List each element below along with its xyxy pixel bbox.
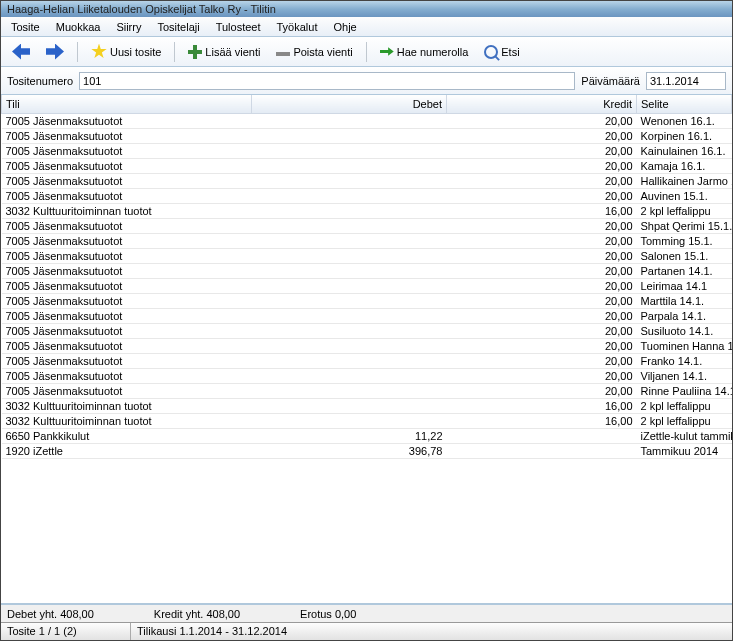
- cell-tili: 7005 Jäsenmaksutuotot: [2, 263, 252, 278]
- total-debet: Debet yht. 408,00: [7, 608, 94, 620]
- cell-kredit: 20,00: [447, 383, 637, 398]
- table-row[interactable]: 7005 Jäsenmaksutuotot20,00Salonen 15.1.: [2, 248, 732, 263]
- search-arrow-icon: [380, 45, 394, 59]
- cell-tili: 7005 Jäsenmaksutuotot: [2, 323, 252, 338]
- cell-selite: 2 kpl leffalippu: [637, 398, 732, 413]
- button-label: Lisää vienti: [205, 46, 260, 58]
- menu-tositelaji[interactable]: Tositelaji: [151, 19, 205, 35]
- table-row[interactable]: 7005 Jäsenmaksutuotot20,00Viljanen 14.1.: [2, 368, 732, 383]
- nav-back-button[interactable]: [7, 41, 35, 63]
- button-label: Etsi: [501, 46, 519, 58]
- cell-debet: [252, 263, 447, 278]
- table-row[interactable]: 7005 Jäsenmaksutuotot20,00Leirimaa 14.1: [2, 278, 732, 293]
- cell-tili: 7005 Jäsenmaksutuotot: [2, 218, 252, 233]
- table-row[interactable]: 7005 Jäsenmaksutuotot20,00Tomming 15.1.: [2, 233, 732, 248]
- cell-kredit: 16,00: [447, 413, 637, 428]
- col-kredit[interactable]: Kredit: [447, 95, 637, 113]
- cell-kredit: 20,00: [447, 263, 637, 278]
- table-row[interactable]: 3032 Kulttuuritoiminnan tuotot16,002 kpl…: [2, 413, 732, 428]
- col-selite[interactable]: Selite: [637, 95, 732, 113]
- menu-työkalut[interactable]: Työkalut: [270, 19, 323, 35]
- cell-selite: Partanen 14.1.: [637, 263, 732, 278]
- separator: [77, 42, 78, 62]
- table-row[interactable]: 3032 Kulttuuritoiminnan tuotot16,002 kpl…: [2, 203, 732, 218]
- cell-selite: Hallikainen Jarmo 16.1.: [637, 173, 732, 188]
- add-entry-button[interactable]: Lisää vienti: [183, 42, 265, 62]
- find-button[interactable]: Etsi: [479, 42, 524, 62]
- cell-selite: Kainulainen 16.1.: [637, 143, 732, 158]
- col-account[interactable]: Tili: [2, 95, 252, 113]
- menu-muokkaa[interactable]: Muokkaa: [50, 19, 107, 35]
- table-row[interactable]: 7005 Jäsenmaksutuotot20,00Korpinen 16.1.: [2, 128, 732, 143]
- menu-siirry[interactable]: Siirry: [110, 19, 147, 35]
- cell-selite: Auvinen 15.1.: [637, 188, 732, 203]
- cell-selite: Tuominen Hanna 14.1.: [637, 338, 732, 353]
- cell-kredit: 20,00: [447, 188, 637, 203]
- cell-debet: [252, 413, 447, 428]
- cell-selite: Viljanen 14.1.: [637, 368, 732, 383]
- cell-selite: 2 kpl leffalippu: [637, 413, 732, 428]
- table-row[interactable]: 7005 Jäsenmaksutuotot20,00Shpat Qerimi 1…: [2, 218, 732, 233]
- table-row[interactable]: 7005 Jäsenmaksutuotot20,00Marttila 14.1.: [2, 293, 732, 308]
- toolbar: Uusi tosite Lisää vienti Poista vienti H…: [1, 37, 732, 67]
- table-row[interactable]: 7005 Jäsenmaksutuotot20,00Franko 14.1.: [2, 353, 732, 368]
- entries-table: Tili Debet Kredit Selite 7005 Jäsenmaksu…: [1, 95, 732, 459]
- table-row[interactable]: 7005 Jäsenmaksutuotot20,00Parpala 14.1.: [2, 308, 732, 323]
- separator: [366, 42, 367, 62]
- cell-selite: Leirimaa 14.1: [637, 278, 732, 293]
- cell-selite: Kamaja 16.1.: [637, 158, 732, 173]
- table-row[interactable]: 6650 Pankkikulut11,22iZettle-kulut tammi…: [2, 428, 732, 443]
- table-row[interactable]: 7005 Jäsenmaksutuotot20,00Kainulainen 16…: [2, 143, 732, 158]
- cell-selite: Franko 14.1.: [637, 353, 732, 368]
- cell-selite: Parpala 14.1.: [637, 308, 732, 323]
- voucher-number-input[interactable]: [79, 72, 575, 90]
- table-row[interactable]: 7005 Jäsenmaksutuotot20,00Auvinen 15.1.: [2, 188, 732, 203]
- menu-tulosteet[interactable]: Tulosteet: [210, 19, 267, 35]
- voucher-form-row: Tositenumero Päivämäärä: [1, 67, 732, 95]
- button-label: Uusi tosite: [110, 46, 161, 58]
- voucher-number-label: Tositenumero: [7, 75, 73, 87]
- table-row[interactable]: 7005 Jäsenmaksutuotot20,00Wenonen 16.1.: [2, 113, 732, 128]
- new-voucher-button[interactable]: Uusi tosite: [86, 41, 166, 63]
- date-input[interactable]: [646, 72, 726, 90]
- cell-tili: 6650 Pankkikulut: [2, 428, 252, 443]
- nav-forward-button[interactable]: [41, 41, 69, 63]
- cell-debet: [252, 293, 447, 308]
- table-row[interactable]: 7005 Jäsenmaksutuotot20,00Susiluoto 14.1…: [2, 323, 732, 338]
- cell-kredit: 20,00: [447, 143, 637, 158]
- cell-selite: Susiluoto 14.1.: [637, 323, 732, 338]
- cell-tili: 3032 Kulttuuritoiminnan tuotot: [2, 398, 252, 413]
- col-debet[interactable]: Debet: [252, 95, 447, 113]
- cell-tili: 7005 Jäsenmaksutuotot: [2, 293, 252, 308]
- table-row[interactable]: 7005 Jäsenmaksutuotot20,00Kamaja 16.1.: [2, 158, 732, 173]
- cell-kredit: 16,00: [447, 398, 637, 413]
- cell-debet: [252, 278, 447, 293]
- table-row[interactable]: 7005 Jäsenmaksutuotot20,00Hallikainen Ja…: [2, 173, 732, 188]
- menu-ohje[interactable]: Ohje: [327, 19, 362, 35]
- window-title: Haaga-Helian Liiketalouden Opiskelijat T…: [7, 3, 276, 15]
- cell-kredit: 20,00: [447, 218, 637, 233]
- status-tilikausi: Tilikausi 1.1.2014 - 31.12.2014: [131, 623, 732, 640]
- cell-debet: [252, 353, 447, 368]
- cell-tili: 7005 Jäsenmaksutuotot: [2, 383, 252, 398]
- cell-tili: 3032 Kulttuuritoiminnan tuotot: [2, 203, 252, 218]
- cell-tili: 7005 Jäsenmaksutuotot: [2, 368, 252, 383]
- table-row[interactable]: 7005 Jäsenmaksutuotot20,00Partanen 14.1.: [2, 263, 732, 278]
- entries-table-wrapper[interactable]: Tili Debet Kredit Selite 7005 Jäsenmaksu…: [1, 95, 732, 604]
- table-row[interactable]: 3032 Kulttuuritoiminnan tuotot16,002 kpl…: [2, 398, 732, 413]
- cell-tili: 7005 Jäsenmaksutuotot: [2, 233, 252, 248]
- cell-tili: 7005 Jäsenmaksutuotot: [2, 173, 252, 188]
- cell-kredit: 20,00: [447, 128, 637, 143]
- table-row[interactable]: 7005 Jäsenmaksutuotot20,00Tuominen Hanna…: [2, 338, 732, 353]
- cell-selite: Salonen 15.1.: [637, 248, 732, 263]
- separator: [174, 42, 175, 62]
- menu-tosite[interactable]: Tosite: [5, 19, 46, 35]
- status-bar: Tosite 1 / 1 (2) Tilikausi 1.1.2014 - 31…: [1, 622, 732, 640]
- totals-bar: Debet yht. 408,00 Kredit yht. 408,00 Ero…: [1, 604, 732, 622]
- remove-entry-button[interactable]: Poista vienti: [271, 43, 357, 61]
- button-label: Poista vienti: [293, 46, 352, 58]
- table-row[interactable]: 7005 Jäsenmaksutuotot20,00Rinne Pauliina…: [2, 383, 732, 398]
- table-row[interactable]: 1920 iZettle396,78Tammikuu 2014: [2, 443, 732, 458]
- search-by-number-button[interactable]: Hae numerolla: [375, 42, 474, 62]
- cell-tili: 7005 Jäsenmaksutuotot: [2, 143, 252, 158]
